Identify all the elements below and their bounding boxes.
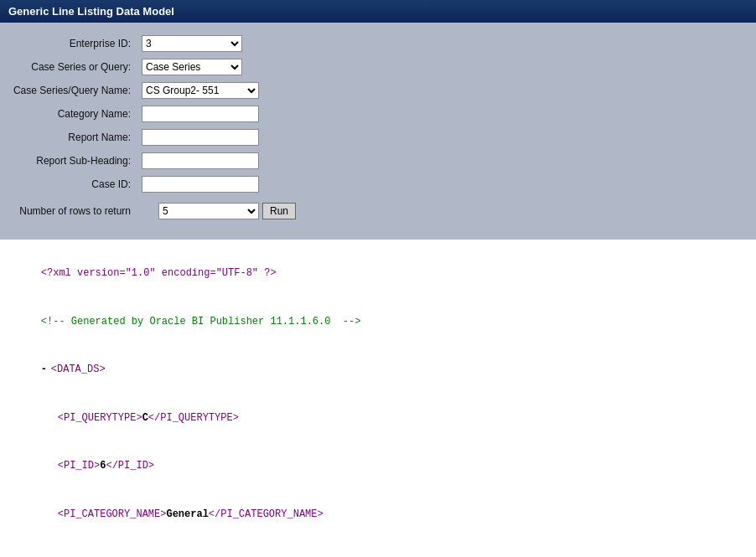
case-series-query-name-cell: CS Group2- 551 <box>137 80 754 101</box>
xml-comment-text: <!-- Generated by Oracle BI Publisher 11… <box>41 316 361 327</box>
xml-data-ds-tag: <DATA_DS> <box>51 364 106 375</box>
report-sub-heading-row: Report Sub-Heading: Generic Line Listing <box>2 150 754 172</box>
num-rows-run-cell: 5 10 20 50 100 Run <box>137 197 754 225</box>
num-rows-label: Number of rows to return <box>2 197 136 225</box>
case-series-query-name-select[interactable]: CS Group2- 551 <box>142 82 259 99</box>
category-name-input[interactable]: General <box>142 106 259 122</box>
case-series-query-label: Case Series or Query: <box>2 56 136 78</box>
form-area: Enterprise ID: 3 Case Series or Query: C… <box>0 23 756 240</box>
rows-select[interactable]: 5 10 20 50 100 <box>158 203 259 219</box>
xml-data-ds-open: - <DATA_DS> <box>17 346 739 395</box>
title-bar: Generic Line Listing Data Model <box>0 0 756 23</box>
enterprise-id-cell: 3 <box>137 33 754 54</box>
enterprise-id-row: Enterprise ID: 3 <box>2 33 754 54</box>
report-name-label: Report Name: <box>2 126 136 148</box>
xml-area: <?xml version="1.0" encoding="UTF-8" ?> … <box>0 240 756 557</box>
report-name-row: Report Name: Cioms II <box>2 126 754 148</box>
case-series-query-cell: Case Series Query <box>137 56 754 78</box>
category-name-row: Category Name: General <box>2 103 754 125</box>
case-id-cell <box>137 173 754 195</box>
report-name-cell: Cioms II <box>137 126 754 148</box>
report-name-input[interactable]: Cioms II <box>142 129 259 146</box>
case-series-query-name-row: Case Series/Query Name: CS Group2- 551 <box>2 80 754 101</box>
category-name-cell: General <box>137 103 754 125</box>
enterprise-id-label: Enterprise ID: <box>2 33 136 54</box>
case-id-row: Case ID: <box>2 173 754 195</box>
case-id-label: Case ID: <box>2 173 136 195</box>
form-table: Enterprise ID: 3 Case Series or Query: C… <box>0 31 756 227</box>
xml-pi-text: <?xml version="1.0" encoding="UTF-8" ?> <box>41 267 277 279</box>
category-name-label: Category Name: <box>2 103 136 125</box>
report-sub-heading-label: Report Sub-Heading: <box>2 150 136 172</box>
xml-comment-line: <!-- Generated by Oracle BI Publisher 11… <box>17 298 739 347</box>
case-series-query-row: Case Series or Query: Case Series Query <box>2 56 754 78</box>
report-sub-heading-input[interactable]: Generic Line Listing <box>142 152 259 169</box>
xml-pi-enterprise-id: <PI_ENTERPRISE_ID>3</PI_ENTERPRISE_ID> <box>17 539 739 557</box>
xml-pi-category-name: <PI_CATEGORY_NAME>General</PI_CATEGORY_N… <box>17 491 739 539</box>
case-series-query-select[interactable]: Case Series Query <box>142 59 242 75</box>
enterprise-id-select[interactable]: 3 <box>142 35 242 52</box>
xml-pi-querytype: <PI_QUERYTYPE>C</PI_QUERYTYPE> <box>17 395 739 443</box>
title-bar-label: Generic Line Listing Data Model <box>8 5 174 18</box>
run-area: 5 10 20 50 100 Run <box>142 199 750 223</box>
xml-pi-id: <PI_ID>6</PI_ID> <box>17 442 739 491</box>
collapse-data-ds[interactable]: - <box>41 362 51 378</box>
report-sub-heading-cell: Generic Line Listing <box>137 150 754 172</box>
run-button[interactable]: Run <box>262 203 296 219</box>
xml-pi-line: <?xml version="1.0" encoding="UTF-8" ?> <box>17 250 739 298</box>
num-rows-run-row: Number of rows to return 5 10 20 50 100 … <box>2 197 754 225</box>
case-series-query-name-label: Case Series/Query Name: <box>2 80 136 101</box>
case-id-input[interactable] <box>142 176 259 193</box>
